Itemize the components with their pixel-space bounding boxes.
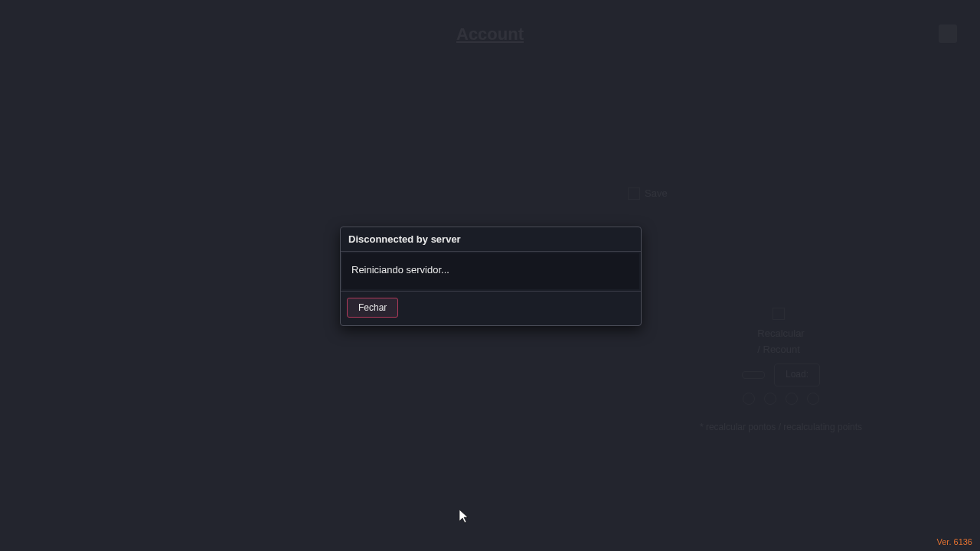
radio-icon [764,393,776,405]
radio-icon [743,393,755,405]
checkbox-icon [628,187,640,200]
page-title: Account [456,24,524,44]
close-button[interactable]: Fechar [347,298,398,318]
recalc-note: * recalcular pontos / recalculating poin… [628,420,934,435]
bg-button [742,371,765,379]
version-label: Ver. 6136 [937,537,973,546]
modal-footer: Fechar [341,291,641,325]
save-label: Save [645,186,934,202]
disconnect-modal: Disconnected by server Reiniciando servi… [340,227,642,326]
bg-button: Load: [774,364,820,386]
checkbox-icon [773,308,785,320]
settings-panel: Save Recalcular / Recount Load: * recalc… [628,180,934,435]
radio-icon [786,393,798,405]
modal-title: Disconnected by server [341,227,641,252]
close-icon [939,24,957,43]
modal-message: Reiniciando servidor... [342,253,639,289]
cursor-icon [459,510,470,523]
radio-icon [807,393,819,405]
recalc-label: Recalcular / Recount [757,326,804,358]
